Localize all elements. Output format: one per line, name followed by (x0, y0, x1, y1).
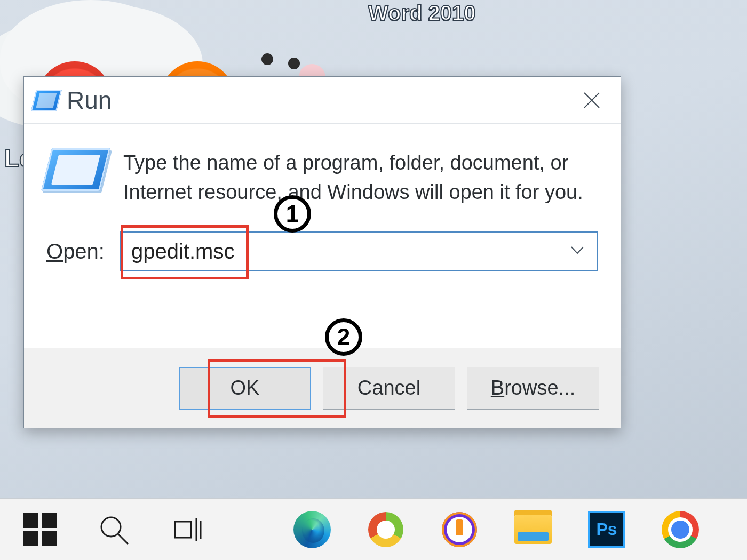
taskbar-app-security[interactable] (438, 508, 481, 551)
start-button[interactable] (18, 508, 62, 551)
titlebar[interactable]: Run (24, 77, 621, 124)
wallpaper-eye (288, 58, 300, 69)
svg-rect-4 (175, 522, 191, 538)
close-button[interactable] (573, 81, 611, 119)
dialog-title: Run (67, 86, 112, 115)
taskbar-search-button[interactable] (92, 508, 136, 551)
ok-button[interactable]: OK (179, 367, 311, 410)
dialog-footer: 2 OK Cancel Browse... (24, 348, 621, 428)
photoshop-icon: Ps (588, 511, 625, 548)
run-dialog: Run Type the name of a program, folder, … (23, 76, 621, 428)
taskbar-app-edge[interactable] (290, 508, 334, 551)
desktop-icon-label-word: Word 2010 (368, 1, 476, 25)
taskbar-app-chrome[interactable] (658, 508, 702, 551)
cancel-button[interactable]: Cancel (323, 367, 455, 410)
windows-logo-icon (23, 513, 57, 546)
task-view-icon (171, 513, 204, 546)
taskbar: Ps (0, 498, 747, 560)
shield-icon (442, 512, 477, 547)
edge-icon (293, 511, 331, 548)
open-input[interactable] (131, 239, 586, 263)
browse-button[interactable]: Browse... (467, 367, 599, 410)
wallpaper-eye (261, 53, 273, 65)
taskbar-app-coccoc[interactable] (364, 508, 408, 551)
task-view-button[interactable] (165, 508, 209, 551)
svg-line-3 (118, 534, 128, 544)
close-icon (581, 90, 602, 111)
svg-point-2 (101, 517, 121, 537)
run-icon-large (41, 148, 110, 191)
taskbar-app-photoshop[interactable]: Ps (585, 508, 629, 551)
search-icon (97, 513, 130, 546)
run-icon (31, 90, 62, 111)
open-combobox[interactable] (120, 231, 598, 271)
chrome-icon (662, 511, 699, 548)
dialog-description: Type the name of a program, folder, docu… (123, 148, 587, 207)
open-label: Open: (46, 239, 105, 263)
coccoc-icon (368, 512, 403, 547)
chevron-down-icon[interactable] (569, 242, 585, 260)
taskbar-app-file-explorer[interactable] (511, 508, 555, 551)
folder-icon (514, 515, 552, 544)
